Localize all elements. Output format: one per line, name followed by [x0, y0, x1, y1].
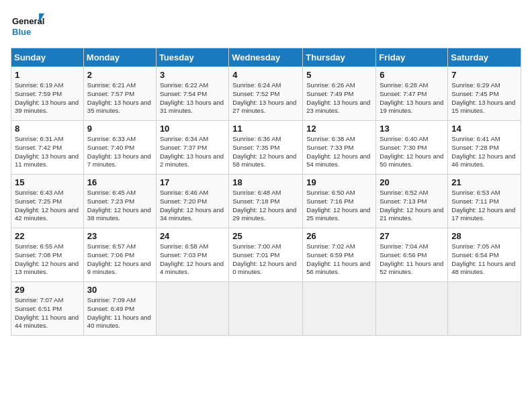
calendar-cell: 16 Sunrise: 6:45 AM Sunset: 7:23 PM Dayl… [83, 175, 156, 228]
calendar-cell: 2 Sunrise: 6:21 AM Sunset: 7:57 PM Dayli… [83, 67, 156, 121]
calendar-cell: 10 Sunrise: 6:34 AM Sunset: 7:37 PM Dayl… [156, 121, 228, 175]
day-number: 2 [87, 70, 152, 80]
day-info: Sunrise: 6:36 AM Sunset: 7:35 PM Dayligh… [232, 135, 299, 169]
day-info: Sunrise: 6:48 AM Sunset: 7:18 PM Dayligh… [232, 189, 299, 223]
day-info: Sunrise: 6:41 AM Sunset: 7:28 PM Dayligh… [451, 135, 517, 169]
day-info: Sunrise: 6:40 AM Sunset: 7:30 PM Dayligh… [380, 135, 444, 169]
calendar-table: SundayMondayTuesdayWednesdayThursdayFrid… [11, 48, 521, 336]
calendar-cell: 27 Sunrise: 7:04 AM Sunset: 6:56 PM Dayl… [376, 228, 448, 282]
weekday-header: Saturday [448, 48, 521, 67]
calendar-cell: 5 Sunrise: 6:26 AM Sunset: 7:49 PM Dayli… [303, 67, 376, 121]
day-info: Sunrise: 6:46 AM Sunset: 7:20 PM Dayligh… [160, 189, 225, 223]
calendar-week: 15 Sunrise: 6:43 AM Sunset: 7:25 PM Dayl… [11, 175, 521, 228]
calendar-cell: 12 Sunrise: 6:38 AM Sunset: 7:33 PM Dayl… [303, 121, 376, 175]
day-number: 16 [87, 177, 152, 187]
calendar-cell: 20 Sunrise: 6:52 AM Sunset: 7:13 PM Dayl… [376, 175, 448, 228]
day-number: 17 [160, 177, 225, 187]
page-header: General Blue [11, 11, 521, 41]
logo: General Blue [11, 11, 44, 41]
day-info: Sunrise: 6:21 AM Sunset: 7:57 PM Dayligh… [87, 81, 152, 116]
day-info: Sunrise: 6:58 AM Sunset: 7:03 PM Dayligh… [160, 242, 225, 277]
calendar-cell: 7 Sunrise: 6:29 AM Sunset: 7:45 PM Dayli… [448, 67, 521, 121]
day-info: Sunrise: 6:19 AM Sunset: 7:59 PM Dayligh… [15, 81, 80, 116]
day-info: Sunrise: 6:28 AM Sunset: 7:47 PM Dayligh… [380, 81, 444, 116]
day-number: 1 [15, 70, 80, 80]
day-info: Sunrise: 6:33 AM Sunset: 7:40 PM Dayligh… [87, 135, 152, 169]
calendar-cell: 13 Sunrise: 6:40 AM Sunset: 7:30 PM Dayl… [376, 121, 448, 175]
day-info: Sunrise: 7:07 AM Sunset: 6:51 PM Dayligh… [15, 296, 80, 330]
day-info: Sunrise: 7:04 AM Sunset: 6:56 PM Dayligh… [380, 242, 444, 277]
day-number: 4 [232, 70, 299, 80]
calendar-cell [156, 282, 228, 336]
calendar-week: 22 Sunrise: 6:55 AM Sunset: 7:08 PM Dayl… [11, 228, 521, 282]
calendar-week: 8 Sunrise: 6:31 AM Sunset: 7:42 PM Dayli… [11, 121, 521, 175]
day-number: 19 [306, 177, 372, 187]
day-info: Sunrise: 6:43 AM Sunset: 7:25 PM Dayligh… [15, 189, 80, 223]
calendar-cell: 11 Sunrise: 6:36 AM Sunset: 7:35 PM Dayl… [229, 121, 303, 175]
weekday-header: Sunday [11, 48, 84, 67]
day-number: 15 [15, 177, 80, 187]
calendar-cell: 19 Sunrise: 6:50 AM Sunset: 7:16 PM Dayl… [303, 175, 376, 228]
day-info: Sunrise: 7:09 AM Sunset: 6:49 PM Dayligh… [87, 296, 152, 330]
day-number: 3 [160, 70, 225, 80]
calendar-cell [376, 282, 448, 336]
day-info: Sunrise: 6:55 AM Sunset: 7:08 PM Dayligh… [15, 242, 80, 277]
day-number: 27 [380, 231, 444, 241]
day-number: 18 [232, 177, 299, 187]
day-number: 24 [160, 231, 225, 241]
calendar-header: SundayMondayTuesdayWednesdayThursdayFrid… [11, 48, 521, 67]
calendar-cell: 15 Sunrise: 6:43 AM Sunset: 7:25 PM Dayl… [11, 175, 84, 228]
day-number: 14 [451, 124, 517, 134]
day-number: 26 [306, 231, 372, 241]
calendar-week: 29 Sunrise: 7:07 AM Sunset: 6:51 PM Dayl… [11, 282, 521, 336]
calendar-cell: 26 Sunrise: 7:02 AM Sunset: 6:59 PM Dayl… [303, 228, 376, 282]
day-info: Sunrise: 6:52 AM Sunset: 7:13 PM Dayligh… [380, 189, 444, 223]
calendar-cell: 4 Sunrise: 6:24 AM Sunset: 7:52 PM Dayli… [229, 67, 303, 121]
calendar-cell [229, 282, 303, 336]
calendar-cell: 8 Sunrise: 6:31 AM Sunset: 7:42 PM Dayli… [11, 121, 84, 175]
calendar-cell [448, 282, 521, 336]
calendar-week: 1 Sunrise: 6:19 AM Sunset: 7:59 PM Dayli… [11, 67, 521, 121]
day-info: Sunrise: 6:31 AM Sunset: 7:42 PM Dayligh… [15, 135, 80, 169]
day-info: Sunrise: 6:50 AM Sunset: 7:16 PM Dayligh… [306, 189, 372, 223]
day-number: 25 [232, 231, 299, 241]
calendar-cell: 23 Sunrise: 6:57 AM Sunset: 7:06 PM Dayl… [83, 228, 156, 282]
day-number: 8 [15, 124, 80, 134]
day-info: Sunrise: 6:38 AM Sunset: 7:33 PM Dayligh… [306, 135, 372, 169]
day-info: Sunrise: 6:26 AM Sunset: 7:49 PM Dayligh… [306, 81, 372, 116]
weekday-header: Tuesday [156, 48, 228, 67]
day-number: 9 [87, 124, 152, 134]
day-number: 21 [451, 177, 517, 187]
day-number: 5 [306, 70, 372, 80]
calendar-cell: 14 Sunrise: 6:41 AM Sunset: 7:28 PM Dayl… [448, 121, 521, 175]
day-info: Sunrise: 6:24 AM Sunset: 7:52 PM Dayligh… [232, 81, 299, 116]
day-number: 7 [451, 70, 517, 80]
day-number: 13 [380, 124, 444, 134]
weekday-header: Thursday [303, 48, 376, 67]
calendar-cell: 3 Sunrise: 6:22 AM Sunset: 7:54 PM Dayli… [156, 67, 228, 121]
day-info: Sunrise: 6:22 AM Sunset: 7:54 PM Dayligh… [160, 81, 225, 116]
calendar-cell: 21 Sunrise: 6:53 AM Sunset: 7:11 PM Dayl… [448, 175, 521, 228]
day-number: 12 [306, 124, 372, 134]
day-number: 28 [451, 231, 517, 241]
calendar-cell: 1 Sunrise: 6:19 AM Sunset: 7:59 PM Dayli… [11, 67, 84, 121]
calendar-cell: 18 Sunrise: 6:48 AM Sunset: 7:18 PM Dayl… [229, 175, 303, 228]
day-info: Sunrise: 7:02 AM Sunset: 6:59 PM Dayligh… [306, 242, 372, 277]
svg-text:Blue: Blue [12, 27, 31, 37]
day-number: 29 [15, 285, 80, 295]
day-number: 6 [380, 70, 444, 80]
weekday-header: Wednesday [229, 48, 303, 67]
calendar-cell [303, 282, 376, 336]
calendar-cell: 22 Sunrise: 6:55 AM Sunset: 7:08 PM Dayl… [11, 228, 84, 282]
calendar-cell: 29 Sunrise: 7:07 AM Sunset: 6:51 PM Dayl… [11, 282, 84, 336]
calendar-cell: 17 Sunrise: 6:46 AM Sunset: 7:20 PM Dayl… [156, 175, 228, 228]
day-info: Sunrise: 6:45 AM Sunset: 7:23 PM Dayligh… [87, 189, 152, 223]
day-info: Sunrise: 6:29 AM Sunset: 7:45 PM Dayligh… [451, 81, 517, 116]
calendar-cell: 25 Sunrise: 7:00 AM Sunset: 7:01 PM Dayl… [229, 228, 303, 282]
day-number: 23 [87, 231, 152, 241]
weekday-header: Monday [83, 48, 156, 67]
calendar-cell: 28 Sunrise: 7:05 AM Sunset: 6:54 PM Dayl… [448, 228, 521, 282]
day-info: Sunrise: 7:05 AM Sunset: 6:54 PM Dayligh… [451, 242, 517, 277]
day-number: 20 [380, 177, 444, 187]
day-number: 11 [232, 124, 299, 134]
